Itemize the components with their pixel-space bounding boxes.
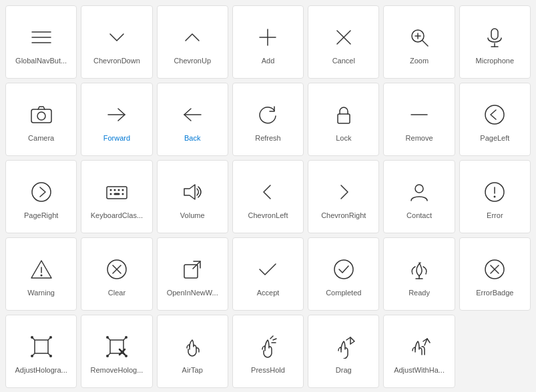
clear-icon <box>101 254 132 285</box>
chevronright-label: ChevronRight <box>321 211 366 219</box>
icon-cell-pageleft[interactable]: PageLeft <box>459 83 531 156</box>
svg-point-43 <box>334 260 353 279</box>
adjusthologram-label: AdjustHologra... <box>15 366 67 374</box>
pageright-icon <box>26 177 57 207</box>
presshold-icon <box>252 331 283 362</box>
chevronright-icon <box>328 177 359 207</box>
icon-cell-openinnew[interactable]: OpenInNewW... <box>157 237 228 311</box>
svg-point-56 <box>31 355 33 357</box>
camera-icon <box>26 99 57 130</box>
icon-cell-refresh[interactable]: Refresh <box>232 83 304 156</box>
svg-point-34 <box>494 196 496 198</box>
svg-point-63 <box>106 336 109 339</box>
error-icon <box>479 177 510 207</box>
drag-icon <box>328 331 359 362</box>
chevronleft-icon <box>252 177 283 207</box>
lock-label: Lock <box>336 134 351 142</box>
microphone-label: Microphone <box>476 57 514 65</box>
chevrondown-label: ChevronDown <box>93 57 140 65</box>
svg-rect-14 <box>31 109 51 123</box>
airtap-icon <box>177 331 208 362</box>
add-icon <box>252 22 283 53</box>
icon-cell-globalnav[interactable]: GlobalNavBut... <box>5 5 77 79</box>
svg-point-57 <box>49 355 52 357</box>
zoom-label: Zoom <box>410 57 429 65</box>
volume-icon <box>177 177 208 207</box>
icon-cell-presshold[interactable]: PressHold <box>232 315 304 388</box>
icon-cell-clear[interactable]: Clear <box>81 237 152 311</box>
adjustwithhand-icon <box>404 331 435 362</box>
lock-icon <box>328 99 359 130</box>
icon-cell-errorbadge[interactable]: ErrorBadge <box>459 237 531 311</box>
icon-cell-remove[interactable]: Remove <box>383 83 455 156</box>
airtap-label: AirTap <box>182 366 203 374</box>
svg-point-15 <box>37 112 45 120</box>
adjustwithhand-label: AdjustWithHa... <box>394 366 445 374</box>
icon-cell-pageright[interactable]: PageRight <box>5 160 77 233</box>
completed-label: Completed <box>326 289 361 297</box>
keyboard-label: KeyboardClas... <box>91 211 143 219</box>
icon-cell-airtap[interactable]: AirTap <box>157 315 228 388</box>
svg-point-64 <box>125 336 127 339</box>
icon-cell-adjusthologram[interactable]: AdjustHologra... <box>5 315 77 388</box>
refresh-label: Refresh <box>255 134 281 142</box>
icon-cell-forward[interactable]: Forward <box>81 83 152 156</box>
forward-label: Forward <box>103 134 130 142</box>
contact-icon <box>404 177 435 207</box>
svg-point-65 <box>106 355 109 357</box>
forward-icon <box>101 99 132 130</box>
icon-cell-warning[interactable]: Warning <box>5 237 77 311</box>
icon-cell-camera[interactable]: Camera <box>5 83 77 156</box>
icon-cell-error[interactable]: Error <box>459 160 531 233</box>
ready-label: Ready <box>409 289 430 297</box>
icon-cell-adjustwithhand[interactable]: AdjustWithHa... <box>383 315 455 388</box>
pageleft-label: PageLeft <box>480 134 509 142</box>
svg-rect-11 <box>491 29 498 39</box>
icon-cell-contact[interactable]: Contact <box>383 160 455 233</box>
icon-cell-back[interactable]: Back <box>157 83 228 156</box>
svg-rect-22 <box>107 187 127 199</box>
add-label: Add <box>262 57 275 65</box>
removehologram-icon <box>101 331 132 362</box>
icon-cell-removehologram[interactable]: RemoveHolog... <box>81 315 152 388</box>
icon-cell-add[interactable]: Add <box>232 5 304 79</box>
warning-icon <box>26 254 57 285</box>
icon-cell-chevronup[interactable]: ChevronUp <box>157 5 228 79</box>
svg-rect-49 <box>35 340 48 353</box>
ready-icon <box>404 254 435 285</box>
camera-label: Camera <box>28 134 54 142</box>
svg-line-70 <box>273 339 276 340</box>
svg-marker-30 <box>184 185 195 199</box>
remove-icon <box>404 99 435 130</box>
icon-cell-zoom[interactable]: Zoom <box>383 5 455 79</box>
icon-cell-completed[interactable]: Completed <box>308 237 379 311</box>
icon-cell-keyboard[interactable]: KeyboardClas... <box>81 160 152 233</box>
icon-cell-drag[interactable]: Drag <box>308 315 379 388</box>
icon-cell-chevrondown[interactable]: ChevronDown <box>81 5 152 79</box>
svg-point-37 <box>40 275 42 277</box>
svg-point-55 <box>49 336 52 339</box>
icon-cell-microphone[interactable]: Microphone <box>459 5 531 79</box>
icon-cell-volume[interactable]: Volume <box>157 160 228 233</box>
icon-grid: GlobalNavBut... ChevronDown ChevronUp Ad… <box>5 5 531 388</box>
removehologram-label: RemoveHolog... <box>90 366 143 374</box>
svg-point-21 <box>32 183 51 201</box>
icon-cell-lock[interactable]: Lock <box>308 83 379 156</box>
icon-cell-ready[interactable]: Ready <box>383 237 455 311</box>
chevrondown-icon <box>101 22 132 53</box>
microphone-icon <box>479 22 510 53</box>
svg-point-54 <box>31 336 33 339</box>
pageright-label: PageRight <box>24 211 58 219</box>
svg-rect-18 <box>338 114 350 123</box>
icon-cell-cancel[interactable]: Cancel <box>308 5 379 79</box>
cancel-icon <box>328 22 359 53</box>
icon-cell-accept[interactable]: Accept <box>232 237 304 311</box>
adjusthologram-icon <box>26 331 57 362</box>
accept-label: Accept <box>257 289 280 297</box>
pageleft-icon <box>479 99 510 130</box>
accept-icon <box>252 254 283 285</box>
openinnew-icon <box>177 254 208 285</box>
back-label: Back <box>184 134 200 142</box>
icon-cell-chevronleft[interactable]: ChevronLeft <box>232 160 304 233</box>
icon-cell-chevronright[interactable]: ChevronRight <box>308 160 379 233</box>
